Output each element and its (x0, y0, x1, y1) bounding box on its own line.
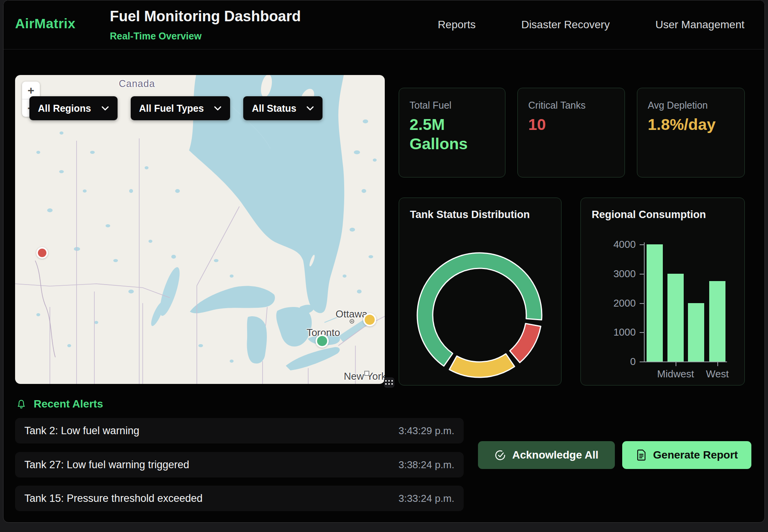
alerts-header: Recent Alerts (15, 398, 103, 410)
regional-consumption-bar-chart: 01000200030004000MidwestWest (581, 198, 745, 386)
check-circle-icon (494, 449, 506, 461)
filter-dropdown-0[interactable]: All Regions (29, 96, 118, 120)
alert-message: Tank 2: Low fuel warning (24, 425, 139, 437)
ottawa-town-icon (349, 319, 355, 324)
y-tick-mark (640, 274, 644, 275)
document-icon (636, 449, 647, 461)
tank-marker-0[interactable] (36, 247, 48, 259)
stat-value: 2.5M Gallons (410, 115, 491, 153)
chevron-down-icon (101, 106, 109, 111)
tank-marker-1[interactable] (363, 313, 376, 326)
alert-row-1[interactable]: Tank 27: Low fuel warning triggered3:38:… (15, 452, 464, 477)
filter-dropdown-1[interactable]: All Fuel Types (131, 96, 230, 120)
acknowledge-all-label: Acknowledge All (512, 449, 598, 461)
acknowledge-all-button[interactable]: Acknowledge All (478, 441, 615, 469)
stat-label: Avg Depletion (648, 100, 744, 111)
page-title: Fuel Monitoring Dashboard (110, 8, 301, 25)
tank-status-card: Tank Status Distribution (399, 198, 561, 385)
stat-card-total-fuel: Total Fuel2.5M Gallons (399, 88, 505, 177)
doughnut-segment-yellow (449, 354, 515, 377)
dashboard-window: AirMatrix Fuel Monitoring Dashboard Real… (3, 0, 765, 523)
alert-message: Tank 15: Pressure threshold exceeded (24, 493, 203, 505)
chevron-down-icon (214, 106, 222, 111)
y-tick-label: 2000 (589, 297, 636, 309)
y-tick-mark (640, 244, 644, 245)
filter-label: All Fuel Types (139, 103, 204, 114)
stat-value: 10 (528, 115, 609, 134)
alert-timestamp: 3:33:24 p.m. (398, 493, 454, 505)
map-filters: All RegionsAll Fuel TypesAll Status (29, 96, 323, 120)
bar-2 (688, 303, 704, 362)
stat-card-avg-depletion: Avg Depletion1.8%/​day (637, 88, 745, 177)
map-resize-handle[interactable] (384, 377, 394, 388)
x-tick-label-west: West (686, 368, 748, 380)
y-tick-mark (640, 332, 644, 333)
alert-row-2[interactable]: Tank 15: Pressure threshold exceeded3:33… (15, 486, 464, 511)
generate-report-button[interactable]: Generate Report (622, 441, 751, 469)
x-axis-line (644, 361, 727, 362)
y-tick-label: 1000 (589, 326, 636, 338)
regional-consumption-card: Regional Consumption 01000200030004000Mi… (580, 198, 745, 385)
y-tick-label: 3000 (589, 268, 636, 280)
chevron-down-icon (306, 106, 314, 111)
bar-1 (667, 274, 684, 361)
bar-0 (647, 244, 663, 361)
x-tick-mark (676, 362, 676, 366)
generate-report-label: Generate Report (653, 449, 738, 461)
page-subtitle: Real-Time Overview (110, 31, 201, 42)
x-tick-mark (717, 362, 718, 366)
alerts-title: Recent Alerts (34, 398, 103, 410)
main-nav: ReportsDisaster RecoveryUser Management (438, 0, 744, 49)
y-tick-label: 0 (589, 356, 636, 368)
y-tick-label: 4000 (589, 239, 636, 251)
brand-logo: AirMatrix (15, 16, 75, 31)
alert-message: Tank 27: Low fuel warning triggered (24, 459, 189, 471)
y-tick-mark (640, 303, 644, 304)
bell-icon (15, 398, 27, 410)
stat-label: Total Fuel (410, 100, 505, 111)
y-tick-mark (640, 361, 644, 362)
stat-value: 1.8%/​day (648, 115, 729, 134)
fuel-map[interactable]: Canada OttawaTorontoNew York + − All Reg… (15, 75, 385, 384)
newyork-town-icon (364, 371, 369, 376)
alert-timestamp: 3:43:29 p.m. (398, 425, 454, 437)
doughnut-segment-red (510, 324, 541, 363)
y-axis-line (644, 242, 645, 362)
alert-row-0[interactable]: Tank 2: Low fuel warning3:43:29 p.m. (15, 418, 464, 443)
nav-item-reports[interactable]: Reports (438, 19, 476, 31)
stat-card-critical-tanks: Critical Tanks10 (517, 88, 625, 177)
nav-item-user-management[interactable]: User Management (655, 19, 744, 31)
bar-3 (709, 281, 725, 361)
stat-label: Critical Tanks (528, 100, 625, 111)
nav-item-disaster-recovery[interactable]: Disaster Recovery (521, 19, 610, 31)
tank-marker-2[interactable] (316, 334, 329, 348)
map-terrain (15, 75, 385, 384)
filter-label: All Regions (38, 103, 91, 114)
alert-timestamp: 3:38:24 p.m. (398, 459, 454, 471)
filter-dropdown-2[interactable]: All Status (243, 96, 323, 120)
filter-label: All Status (252, 103, 296, 114)
tank-status-doughnut-chart (399, 198, 562, 386)
app-header: AirMatrix Fuel Monitoring Dashboard Real… (3, 0, 765, 49)
